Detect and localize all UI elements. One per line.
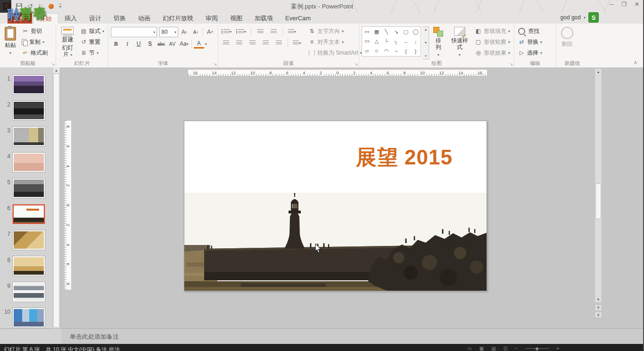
- scroll-up-icon[interactable]: ▲: [424, 28, 427, 31]
- scroll-up-icon[interactable]: ▲: [595, 69, 602, 75]
- zoom-out-icon[interactable]: −: [515, 346, 518, 351]
- shape-icon[interactable]: ╲: [385, 29, 388, 35]
- shape-effects-button[interactable]: ◎ 形状效果▾: [473, 48, 512, 57]
- shape-icon[interactable]: ~: [395, 49, 397, 54]
- scrollbar-thumb[interactable]: [53, 73, 59, 327]
- align-left-button[interactable]: [221, 38, 231, 48]
- ribbon-tab[interactable]: 切换: [107, 13, 132, 24]
- bullets-button[interactable]: ▾: [221, 27, 232, 36]
- shape-icon[interactable]: ┐: [394, 39, 398, 44]
- slide-thumbnail-image[interactable]: [13, 179, 45, 198]
- slide-thumbnail-image[interactable]: [13, 308, 45, 327]
- increase-indent-button[interactable]: [268, 27, 279, 36]
- shape-icon[interactable]: ↓: [414, 39, 417, 44]
- new-slide-button[interactable]: 新建 幻灯片 ▾: [58, 25, 77, 60]
- ribbon-tab[interactable]: EverCam: [279, 13, 317, 24]
- slide-thumbnail[interactable]: 3: [3, 127, 52, 146]
- font-dialog-launcher-icon[interactable]: ↘: [214, 62, 217, 66]
- thumbnail-panel-scrollbar[interactable]: ▲ ▼: [52, 67, 60, 334]
- add-remove-columns-button[interactable]: ▾: [292, 38, 302, 48]
- arrange-button[interactable]: 排列 ▾: [431, 25, 446, 60]
- account-area[interactable]: god god ▾ S: [561, 12, 599, 23]
- italic-button[interactable]: I: [122, 39, 132, 49]
- numbering-button[interactable]: ▾: [235, 27, 247, 36]
- shape-icon[interactable]: ▦: [374, 29, 379, 35]
- main-vertical-scrollbar[interactable]: ▲ ▼: [594, 68, 602, 303]
- convert-to-smartart-button[interactable]: ⋮⋮ 转换为 SmartArt▾: [307, 48, 363, 57]
- drawing-dialog-launcher-icon[interactable]: ↘: [510, 62, 513, 66]
- increase-font-size-button[interactable]: A˄: [179, 27, 190, 37]
- shape-gallery-scrollbar[interactable]: ▲ ▼ ▾: [423, 26, 429, 59]
- shape-icon[interactable]: ◠: [384, 48, 389, 54]
- shape-gallery[interactable]: ▭▦╲↘▢◯▭△└┐→↓▱☆◠~{}: [362, 26, 421, 57]
- slide-thumbnail[interactable]: 10: [3, 308, 52, 327]
- customize-qat-icon[interactable]: ▾: [59, 4, 61, 8]
- ribbon-tab[interactable]: 文件: [8, 13, 32, 24]
- redo-icon[interactable]: ↻: [38, 3, 44, 9]
- notes-pane[interactable]: 单击此处添加备注: [61, 328, 644, 344]
- align-right-button[interactable]: [247, 38, 257, 48]
- slide-thumbnail[interactable]: 4: [3, 153, 52, 172]
- shape-icon[interactable]: ▭: [364, 29, 369, 35]
- scroll-down-icon[interactable]: ▼: [424, 41, 427, 44]
- slide-thumbnail[interactable]: 1: [3, 75, 52, 94]
- align-text-button[interactable]: ≡ 对齐文本▾: [307, 37, 363, 47]
- record-icon[interactable]: [49, 4, 54, 9]
- line-spacing-button[interactable]: ▾: [287, 27, 297, 36]
- decrease-font-size-button[interactable]: A˅: [190, 27, 201, 37]
- align-center-button[interactable]: [234, 38, 244, 48]
- slide-title-text[interactable]: 展望 2015: [356, 144, 453, 171]
- slide-thumbnail-image[interactable]: [13, 256, 45, 276]
- paragraph-dialog-launcher-icon[interactable]: ↘: [355, 62, 358, 66]
- find-button[interactable]: 查找: [517, 26, 544, 36]
- slide-thumbnail-image[interactable]: [13, 230, 45, 250]
- shape-outline-button[interactable]: ▢ 形状轮廓▾: [473, 37, 512, 47]
- ribbon-tab[interactable]: 幻灯片放映: [157, 13, 199, 24]
- text-direction-button[interactable]: ⇅ 文字方向▾: [307, 26, 363, 36]
- slide-thumbnail-image[interactable]: [13, 101, 45, 120]
- scrollbar-thumb[interactable]: [595, 183, 601, 219]
- slide-thumbnail-image[interactable]: [13, 127, 45, 146]
- shape-icon[interactable]: △: [375, 38, 379, 44]
- slide-thumbnail[interactable]: 8: [3, 256, 52, 276]
- slide-thumbnail-image[interactable]: [13, 153, 45, 172]
- slide-thumbnail-image[interactable]: [13, 282, 45, 302]
- format-painter-button[interactable]: ✏ 格式刷: [20, 48, 49, 57]
- evercam-badge-icon[interactable]: S: [588, 12, 599, 23]
- panel-divider[interactable]: [61, 67, 61, 328]
- shape-icon[interactable]: {: [405, 49, 407, 54]
- close-button[interactable]: ✕: [635, 1, 639, 8]
- shape-icon[interactable]: }: [415, 49, 417, 54]
- gallery-more-icon[interactable]: ▾: [425, 54, 427, 58]
- underline-button[interactable]: U: [133, 39, 144, 49]
- character-spacing-button[interactable]: AV: [167, 39, 178, 49]
- ribbon-tab[interactable]: 插入: [58, 13, 83, 24]
- justify-button[interactable]: [260, 38, 271, 48]
- font-size-combobox[interactable]: 80 ▾: [159, 27, 178, 37]
- minimize-button[interactable]: ─: [610, 1, 614, 8]
- quick-styles-button[interactable]: 快速样式 ▾: [448, 25, 471, 60]
- ribbon-tab[interactable]: 视图: [224, 13, 248, 24]
- ribbon-tab[interactable]: 动画: [132, 13, 157, 24]
- normal-view-icon[interactable]: ▭: [467, 346, 471, 351]
- collapse-ribbon-button[interactable]: ∧: [634, 59, 637, 65]
- shape-fill-button[interactable]: ◧ 形状填充▾: [473, 26, 512, 36]
- strikethrough-button[interactable]: abc: [156, 39, 166, 49]
- slide-thumbnail[interactable]: 9: [3, 282, 52, 302]
- chevron-down-icon[interactable]: ▾: [205, 42, 207, 46]
- slide-thumbnail[interactable]: 6: [3, 204, 52, 224]
- font-name-combobox[interactable]: ▾: [111, 27, 157, 37]
- clipboard-dialog-launcher-icon[interactable]: ↘: [51, 62, 55, 66]
- shape-icon[interactable]: └: [385, 39, 388, 44]
- slideshow-view-icon[interactable]: ⊡: [504, 346, 507, 351]
- text-shadow-button[interactable]: S: [145, 39, 155, 49]
- account-name[interactable]: god god: [561, 14, 581, 21]
- copy-button[interactable]: 复制 ▾: [20, 37, 49, 47]
- slide-thumbnail-image[interactable]: [13, 204, 45, 224]
- shape-icon[interactable]: ◯: [413, 29, 419, 35]
- reading-view-icon[interactable]: ▤: [491, 346, 495, 351]
- ribbon-tab[interactable]: 加载项: [248, 13, 279, 24]
- next-slide-button[interactable]: ↡: [594, 311, 602, 318]
- slide-thumbnail[interactable]: 7: [3, 230, 52, 250]
- columns-button[interactable]: [273, 38, 284, 48]
